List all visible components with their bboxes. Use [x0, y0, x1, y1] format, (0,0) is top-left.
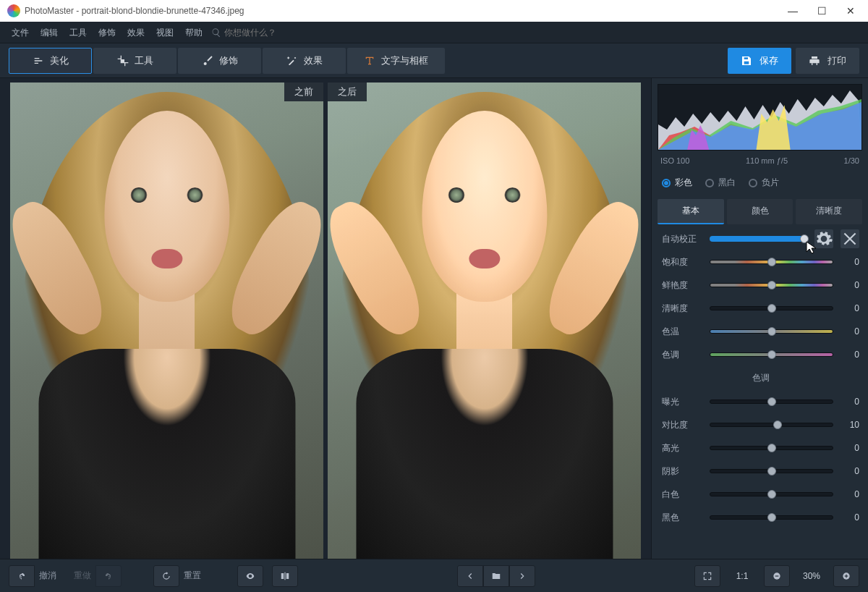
radio-icon: [662, 179, 671, 187]
browse-button[interactable]: [483, 565, 509, 587]
vibrance-slider[interactable]: [710, 283, 833, 287]
text-icon: [364, 55, 375, 67]
whites-slider[interactable]: [710, 492, 833, 496]
tab-tools-label: 工具: [135, 54, 153, 67]
reset-button[interactable]: [153, 565, 179, 587]
saturation-slider[interactable]: [710, 260, 833, 264]
chevron-right-icon: [517, 571, 527, 581]
auto-correct-slider[interactable]: [710, 236, 807, 242]
menu-edit[interactable]: 编辑: [35, 22, 64, 43]
main: 之前 之后: [0, 78, 868, 559]
minimize-button[interactable]: —: [778, 0, 807, 22]
highlights-slider[interactable]: [710, 446, 833, 450]
print-button[interactable]: 打印: [796, 48, 859, 74]
plus-icon: [841, 571, 851, 581]
compare-button[interactable]: [272, 565, 298, 587]
compare-icon: [280, 571, 290, 581]
highlights-row: 高光0: [662, 441, 859, 455]
wand-icon: [286, 55, 298, 67]
menu-view[interactable]: 视图: [150, 22, 179, 43]
minus-icon: [772, 571, 782, 581]
tab-effects[interactable]: 效果: [263, 48, 346, 74]
tab-retouch[interactable]: 修饰: [178, 48, 261, 74]
preview-button[interactable]: [237, 565, 263, 587]
fit-screen-button[interactable]: [694, 565, 720, 587]
mode-negative[interactable]: 负片: [749, 177, 779, 189]
sliders-icon: [33, 55, 44, 67]
print-label: 打印: [827, 54, 846, 67]
tab-effects-label: 效果: [304, 54, 323, 67]
prev-image-button[interactable]: [457, 565, 483, 587]
svg-rect-4: [846, 574, 846, 578]
close-button[interactable]: ✕: [836, 0, 865, 22]
temperature-slider[interactable]: [710, 329, 833, 334]
close-icon: [841, 229, 859, 248]
clarity-row: 清晰度0: [662, 301, 859, 316]
tab-tools[interactable]: 工具: [93, 48, 176, 74]
menu-search[interactable]: [211, 28, 311, 38]
menu-retouch[interactable]: 修饰: [93, 22, 122, 43]
whites-row: 白色0: [662, 487, 859, 502]
after-label: 之后: [328, 83, 367, 101]
menu-tools[interactable]: 工具: [64, 22, 93, 43]
saturation-row: 饱和度0: [662, 255, 859, 269]
meta-iso: ISO 100: [660, 156, 689, 165]
print-icon: [809, 55, 820, 67]
subtab-basic[interactable]: 基本: [658, 199, 724, 224]
auto-clear-button[interactable]: [841, 229, 859, 248]
gear-icon: [814, 229, 833, 248]
menu-help[interactable]: 帮助: [179, 22, 208, 43]
subtab-clarity[interactable]: 清晰度: [796, 199, 862, 224]
tab-text-label: 文字与相框: [381, 54, 428, 67]
undo-button[interactable]: [9, 565, 35, 587]
radio-icon: [749, 179, 757, 187]
search-icon: [211, 28, 221, 38]
compare-view: 之前 之后: [0, 78, 651, 559]
tab-beautify[interactable]: 美化: [9, 48, 92, 74]
shadows-row: 阴影0: [662, 464, 859, 478]
subtab-color[interactable]: 颜色: [727, 199, 793, 224]
menubar: 文件 编辑 工具 修饰 效果 视图 帮助: [0, 22, 868, 43]
zoom-in-button[interactable]: [833, 565, 859, 587]
mode-color[interactable]: 彩色: [662, 177, 692, 189]
contrast-slider[interactable]: [710, 423, 833, 427]
auto-settings-button[interactable]: [814, 229, 833, 248]
after-image[interactable]: 之后: [328, 83, 641, 559]
save-button[interactable]: 保存: [728, 48, 791, 74]
menu-effects[interactable]: 效果: [122, 22, 150, 43]
save-icon: [741, 55, 752, 67]
blacks-slider[interactable]: [710, 515, 833, 520]
tint-slider[interactable]: [710, 352, 833, 357]
meta-focal: 110 mm ƒ/5: [746, 156, 788, 165]
menu-search-input[interactable]: [224, 28, 311, 38]
zoom-label[interactable]: 30%: [799, 571, 825, 581]
histogram[interactable]: [658, 84, 862, 151]
tint-row: 色调0: [662, 347, 859, 362]
meta-shutter: 1/30: [844, 156, 859, 165]
shadows-slider[interactable]: [710, 469, 833, 473]
sliders: 自动校正 饱和度0 鲜艳度0 清晰度0 色温0 色调0 色调 曝光0 对比度10…: [652, 224, 868, 532]
radio-icon: [705, 179, 714, 187]
maximize-button[interactable]: ☐: [807, 0, 836, 22]
before-image[interactable]: 之前: [10, 83, 323, 559]
eye-icon: [245, 571, 255, 581]
ratio-label[interactable]: 1:1: [729, 571, 755, 581]
clarity-slider[interactable]: [710, 306, 833, 310]
svg-rect-1: [775, 575, 779, 576]
color-mode-radios: 彩色 黑白 负片: [652, 169, 868, 199]
redo-icon: [103, 571, 114, 581]
image-metadata: ISO 100 110 mm ƒ/5 1/30: [652, 156, 868, 169]
auto-correct-row: 自动校正: [662, 232, 859, 246]
blacks-row: 黑色0: [662, 510, 859, 525]
toolbar: 美化 工具 修饰 效果 文字与相框 保存 打印: [0, 43, 868, 78]
tab-text[interactable]: 文字与相框: [347, 48, 445, 74]
app-logo-icon: [7, 4, 20, 17]
menu-file[interactable]: 文件: [6, 22, 35, 43]
mode-bw[interactable]: 黑白: [705, 177, 736, 189]
exposure-slider[interactable]: [710, 399, 833, 404]
side-panel: ISO 100 110 mm ƒ/5 1/30 彩色 黑白 负片 基本 颜色 清…: [651, 78, 868, 559]
contrast-row: 对比度10: [662, 418, 859, 432]
zoom-out-button[interactable]: [764, 565, 790, 587]
redo-button[interactable]: [95, 565, 122, 587]
next-image-button[interactable]: [509, 565, 535, 587]
